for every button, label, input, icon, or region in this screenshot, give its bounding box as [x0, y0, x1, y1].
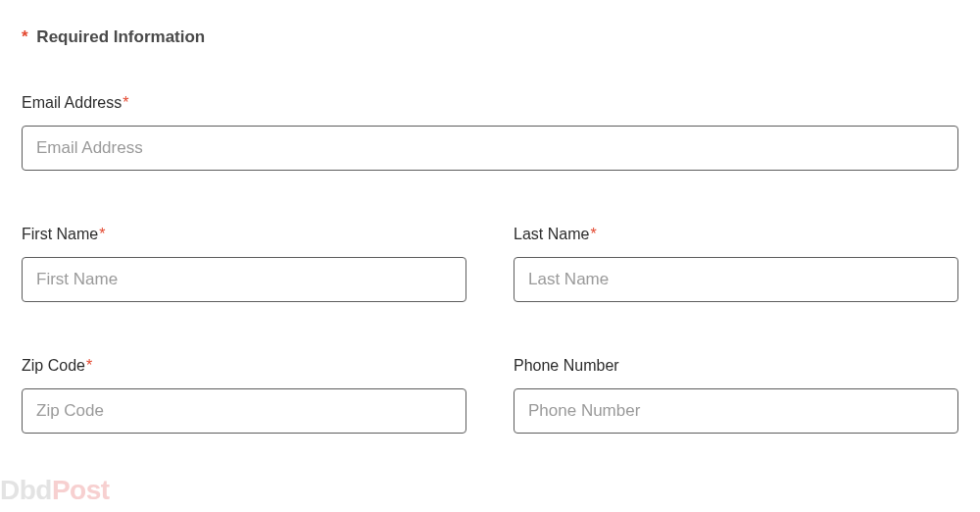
label-last-name: Last Name* [514, 226, 958, 243]
required-mark: * [122, 94, 128, 111]
input-last-name[interactable] [514, 257, 958, 302]
label-zip-code-text: Zip Code [22, 357, 85, 374]
input-zip-code[interactable] [22, 388, 466, 434]
watermark-part1: Dbd [0, 475, 52, 505]
label-zip-code: Zip Code* [22, 357, 466, 375]
required-mark: * [590, 226, 596, 242]
row-name: First Name* Last Name* [22, 226, 958, 302]
input-email[interactable] [22, 126, 958, 171]
group-zip-code: Zip Code* [22, 357, 466, 434]
label-email: Email Address* [22, 94, 958, 112]
watermark-part2: Post [52, 475, 110, 505]
heading-text: Required Information [36, 27, 205, 46]
required-mark: * [99, 226, 105, 242]
label-last-name-text: Last Name [514, 226, 589, 242]
label-email-text: Email Address [22, 94, 122, 111]
group-email: Email Address* [22, 94, 958, 171]
group-last-name: Last Name* [514, 226, 958, 302]
required-info-heading: * Required Information [22, 27, 958, 47]
required-mark: * [86, 357, 92, 374]
group-phone: Phone Number [514, 357, 958, 434]
watermark: DbdPost [0, 475, 110, 506]
label-first-name-text: First Name [22, 226, 98, 242]
row-email: Email Address* [22, 94, 958, 171]
label-phone-text: Phone Number [514, 357, 619, 374]
input-phone[interactable] [514, 388, 958, 434]
input-first-name[interactable] [22, 257, 466, 302]
heading-asterisk: * [22, 27, 28, 46]
label-first-name: First Name* [22, 226, 466, 243]
row-contact: Zip Code* Phone Number [22, 357, 958, 434]
label-phone: Phone Number [514, 357, 958, 375]
group-first-name: First Name* [22, 226, 466, 302]
